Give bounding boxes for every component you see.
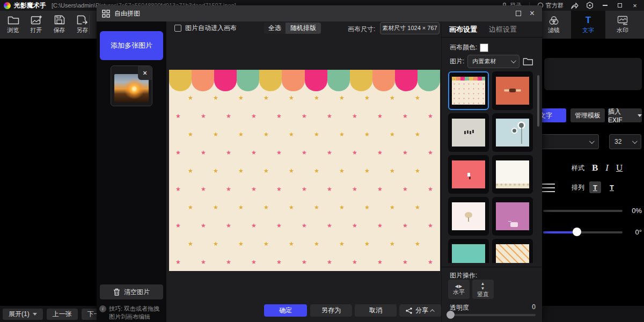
checkbox-unchecked[interactable] — [174, 25, 181, 32]
text-icon: T — [586, 16, 591, 25]
dialog-header[interactable]: 自由拼图 × — [97, 5, 542, 21]
folder-open-button[interactable] — [523, 57, 533, 66]
star-glyph: ★ — [188, 95, 193, 101]
percent-slider[interactable] — [543, 210, 623, 212]
rotation-slider-handle[interactable] — [573, 228, 581, 236]
minimize-button[interactable] — [601, 1, 609, 10]
scallop — [418, 70, 440, 91]
expand-button[interactable]: 展开(1) — [3, 309, 43, 320]
collage-canvas[interactable]: ★★★★★★★★★★★★★★★★★★★★★★★★★★★★★★★★★★★★★★★★… — [169, 70, 440, 271]
dialog-maximize-button[interactable] — [516, 11, 521, 16]
save-button[interactable]: 保存 — [49, 12, 69, 37]
browse-button[interactable]: 浏览 — [3, 12, 23, 37]
image-source-select[interactable]: 内置素材 — [467, 55, 519, 68]
italic-button[interactable]: I — [605, 163, 609, 173]
text-horizontal-button[interactable]: T — [589, 181, 601, 193]
auto-enter-canvas-option[interactable]: 图片自动进入画布 — [174, 24, 237, 33]
scallop — [169, 70, 192, 91]
bold-button[interactable]: B — [592, 163, 598, 173]
canvas-size-select[interactable]: 素材尺寸 1024 × 767 — [380, 22, 440, 34]
layout-button-group: 全选 随机排版 — [264, 23, 321, 34]
star-glyph: ★ — [302, 186, 307, 192]
template-blue-dandelion[interactable] — [492, 113, 533, 152]
template-preview — [452, 119, 485, 147]
random-layout-button[interactable]: 随机排版 — [286, 23, 321, 34]
ok-button[interactable]: 确定 — [264, 304, 307, 317]
template-preview — [496, 160, 529, 188]
star-glyph: ★ — [352, 113, 357, 119]
share-nodes-icon — [406, 308, 412, 314]
template-coral-figure[interactable] — [448, 155, 489, 194]
template-white-lace[interactable] — [492, 155, 533, 194]
image-list-item[interactable]: × — [111, 65, 152, 106]
settings-button[interactable] — [586, 1, 594, 10]
manage-templates-button[interactable]: 管理模板 — [570, 108, 605, 122]
scallop-garland — [169, 70, 440, 91]
star-glyph: ★ — [339, 131, 345, 137]
star-glyph: ★ — [251, 113, 257, 119]
star-glyph: ★ — [402, 259, 408, 265]
align-lines-icon[interactable] — [541, 184, 555, 192]
template-preview — [496, 77, 529, 105]
star-glyph: ★ — [276, 150, 282, 156]
star-glyph: ★ — [390, 204, 395, 210]
template-polka-dot-scallop[interactable] — [448, 71, 489, 110]
star-glyph: ★ — [213, 131, 218, 137]
dialog-close-button[interactable]: × — [530, 9, 535, 18]
tab-border-settings[interactable]: 边框设置 — [489, 25, 517, 38]
flip-vertical-button[interactable]: ▲▼ 竖直 — [472, 280, 494, 299]
share-button-dialog[interactable]: 分享 — [399, 304, 441, 317]
star-glyph: ★ — [428, 223, 433, 229]
star-glyph: ★ — [251, 223, 257, 229]
flip-vertical-icon: ▲▼ — [481, 281, 486, 291]
template-orchid-basket[interactable] — [492, 197, 533, 236]
star-glyph: ★ — [390, 131, 395, 137]
template-pink-tree[interactable] — [448, 197, 489, 236]
flip-horizontal-icon: ◀▶ — [455, 284, 463, 289]
star-glyph: ★ — [251, 150, 257, 156]
clear-images-button[interactable]: 清空图片 — [100, 284, 163, 299]
template-carrot-pattern[interactable] — [492, 239, 533, 263]
dots-decoration — [452, 77, 485, 105]
open-button[interactable]: 打开 — [26, 12, 46, 37]
tab-text[interactable]: T 文字 — [571, 11, 605, 39]
underline-button[interactable]: U — [616, 163, 623, 173]
tab-watermark[interactable]: 水印 — [605, 11, 640, 39]
remove-image-button[interactable]: × — [138, 66, 152, 80]
opacity-slider-handle[interactable] — [447, 311, 455, 319]
star-glyph: ★ — [415, 95, 420, 101]
add-images-button[interactable]: 添加多张图片 — [100, 31, 163, 60]
close-button[interactable]: × — [631, 1, 639, 10]
previous-image-button[interactable]: 上一张 — [47, 309, 78, 320]
font-size-select[interactable]: 32 — [609, 134, 641, 149]
star-glyph: ★ — [327, 223, 332, 229]
text-items-panel — [544, 58, 642, 90]
save-as-button-dialog[interactable]: 另存为 — [310, 304, 352, 317]
template-teal-solid[interactable] — [448, 239, 489, 263]
cancel-button[interactable]: 取消 — [355, 304, 397, 317]
arrange-row: 排列 T T — [572, 181, 618, 193]
opacity-slider[interactable] — [450, 314, 536, 316]
select-all-button[interactable]: 全选 — [264, 23, 286, 34]
tab-canvas-settings[interactable]: 画布设置 — [449, 25, 477, 38]
star-glyph: ★ — [339, 204, 345, 210]
star-glyph: ★ — [302, 113, 307, 119]
scrollbar-thumb[interactable] — [537, 75, 539, 127]
canvas-color-swatch[interactable] — [480, 43, 488, 52]
separator — [442, 267, 543, 267]
star-glyph: ★ — [390, 168, 395, 174]
maximize-button[interactable] — [616, 1, 624, 10]
star-glyph: ★ — [188, 168, 193, 174]
star-glyph: ★ — [226, 186, 231, 192]
arrange-label: 排列 — [572, 183, 584, 192]
template-preview — [496, 244, 529, 263]
insert-exif-button[interactable]: 插入EXIF — [608, 108, 642, 122]
text-vertical-button[interactable]: T — [606, 181, 618, 193]
star-glyph: ★ — [201, 223, 206, 229]
info-icon: i — [99, 305, 106, 312]
template-gray-cats[interactable] — [448, 113, 489, 152]
flip-horizontal-button[interactable]: ◀▶ 水平 — [448, 280, 470, 299]
star-glyph: ★ — [213, 95, 218, 101]
template-terracotta-camera[interactable] — [492, 71, 533, 110]
share-button[interactable] — [571, 1, 579, 10]
